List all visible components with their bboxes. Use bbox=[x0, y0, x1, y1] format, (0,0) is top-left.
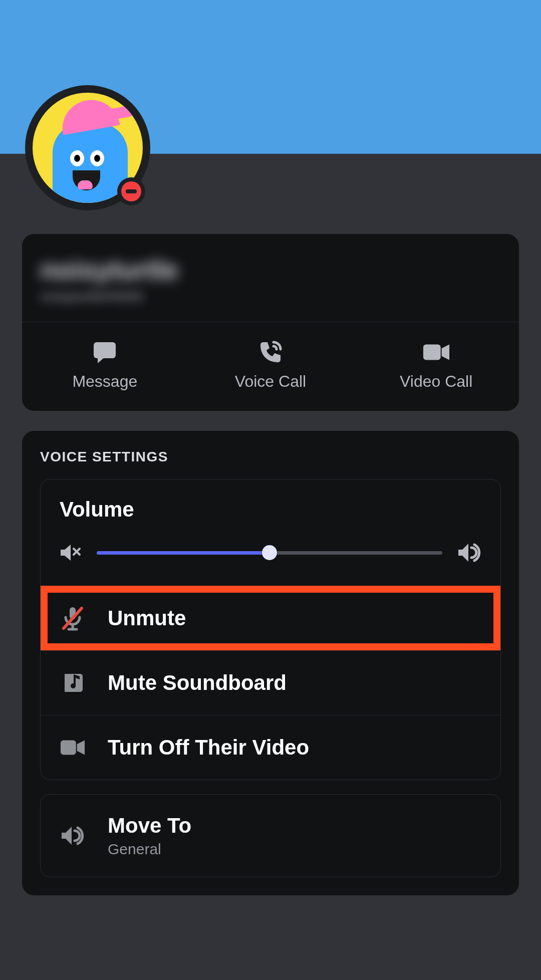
svg-rect-0 bbox=[94, 342, 116, 358]
svg-rect-11 bbox=[62, 673, 65, 693]
volume-label: Volume bbox=[60, 498, 481, 522]
voice-settings-section: VOICE SETTINGS Volume bbox=[22, 431, 519, 895]
video-icon bbox=[422, 340, 450, 364]
turn-off-video-row[interactable]: Turn Off Their Video bbox=[41, 715, 500, 780]
volume-slider-fill bbox=[97, 551, 269, 555]
video-off-icon bbox=[60, 734, 86, 761]
display-name: noisyturtle bbox=[40, 255, 501, 285]
volume-slider[interactable] bbox=[97, 551, 442, 555]
mute-soundboard-label: Mute Soundboard bbox=[108, 671, 287, 695]
message-button[interactable]: Message bbox=[22, 322, 188, 411]
svg-marker-13 bbox=[77, 741, 85, 755]
turn-off-video-label: Turn Off Their Video bbox=[108, 736, 309, 760]
status-badge bbox=[117, 177, 145, 205]
message-icon bbox=[91, 340, 119, 364]
video-call-button[interactable]: Video Call bbox=[353, 322, 519, 411]
mute-soundboard-row[interactable]: Mute Soundboard bbox=[41, 650, 500, 715]
svg-marker-1 bbox=[98, 357, 105, 363]
move-to-label: Move To bbox=[108, 814, 191, 838]
phone-icon bbox=[256, 340, 285, 364]
video-call-label: Video Call bbox=[400, 372, 472, 391]
voice-settings-title: VOICE SETTINGS bbox=[40, 449, 501, 465]
volume-slider-thumb[interactable] bbox=[262, 545, 277, 560]
svg-rect-12 bbox=[61, 741, 76, 755]
move-to-row[interactable]: Move To General bbox=[41, 795, 500, 877]
soundboard-icon bbox=[60, 670, 86, 696]
mic-muted-icon bbox=[60, 605, 86, 631]
profile-card: noisyturtle noisyturtle#0000 Message Voi… bbox=[22, 234, 519, 411]
unmute-label: Unmute bbox=[108, 606, 186, 630]
unmute-row[interactable]: Unmute bbox=[41, 586, 500, 650]
speaker-icon bbox=[60, 823, 86, 849]
username-tag: noisyturtle#0000 bbox=[40, 289, 501, 305]
voice-settings-card: Volume Unmut bbox=[40, 479, 501, 780]
volume-control: Volume bbox=[41, 479, 500, 586]
dnd-icon bbox=[121, 181, 141, 201]
move-to-channel: General bbox=[108, 841, 191, 858]
voice-call-label: Voice Call bbox=[235, 372, 306, 391]
move-to-card: Move To General bbox=[40, 794, 501, 877]
svg-marker-3 bbox=[441, 345, 449, 360]
message-label: Message bbox=[72, 372, 137, 391]
svg-rect-2 bbox=[423, 345, 441, 360]
volume-loud-icon bbox=[457, 542, 481, 564]
avatar[interactable] bbox=[25, 85, 150, 210]
voice-call-button[interactable]: Voice Call bbox=[188, 322, 354, 411]
volume-mute-icon bbox=[60, 543, 82, 563]
